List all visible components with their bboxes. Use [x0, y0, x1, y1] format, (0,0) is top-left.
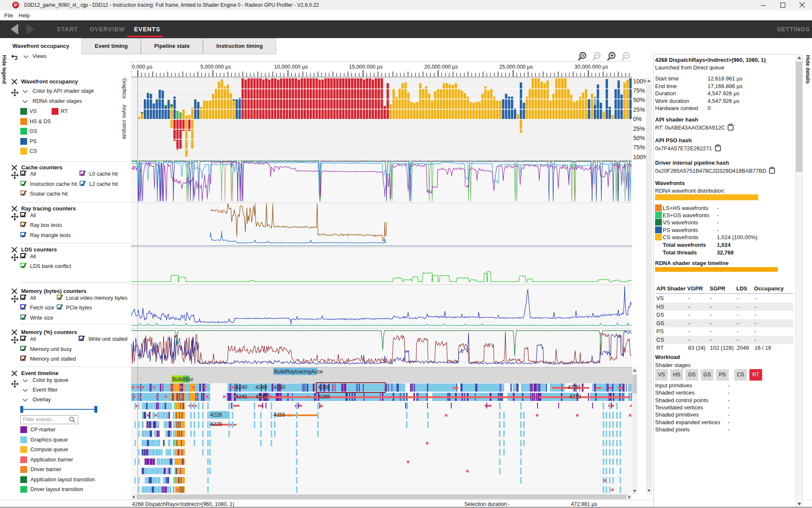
svg-text:P: P [14, 3, 17, 8]
